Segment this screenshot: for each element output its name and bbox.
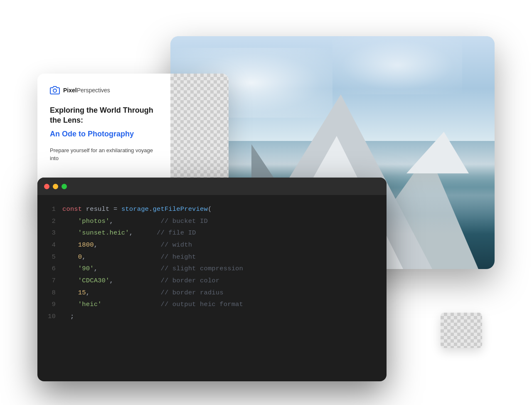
logo-normal-text: Perspectives [77, 87, 110, 94]
code-line-4: 4 1800, // width [47, 239, 377, 251]
blog-heading-black: Exploring the World Through the Lens: [50, 105, 158, 126]
scene: PixelPerspectives Exploring the World Th… [37, 24, 495, 381]
svg-point-0 [53, 89, 57, 92]
code-body: 1 const result = storage.getFilePreview(… [37, 195, 387, 331]
line-number: 10 [47, 311, 62, 323]
blog-excerpt: Prepare yourself for an exhilarating voy… [50, 146, 158, 163]
code-line-9: 9 'heic' // output heic format [47, 299, 377, 311]
maximize-button-dot[interactable] [62, 184, 67, 189]
line-number: 2 [47, 215, 62, 227]
line-number: 8 [47, 287, 62, 299]
minimize-button-dot[interactable] [53, 184, 58, 189]
code-line-1: 1 const result = storage.getFilePreview( [47, 203, 377, 215]
logo-text: PixelPerspectives [63, 87, 110, 94]
code-titlebar [37, 178, 387, 195]
line-number: 3 [47, 227, 62, 239]
line-number: 4 [47, 239, 62, 251]
line-number: 1 [47, 203, 62, 215]
blog-heading-blue: An Ode to Photography [50, 129, 158, 139]
code-line-7: 7 'CDCA30', // border color [47, 275, 377, 287]
code-line-8: 8 15, // border radius [47, 287, 377, 299]
close-button-dot[interactable] [44, 184, 49, 189]
camera-icon [50, 85, 60, 95]
blog-logo: PixelPerspectives [50, 85, 158, 95]
code-line-10: 10 ; [47, 311, 377, 323]
code-line-2: 2 'photos', // bucket ID [47, 215, 377, 227]
code-line-5: 5 0, // height [47, 251, 377, 263]
code-line-3: 3 'sunset.heic', // file ID [47, 227, 377, 239]
line-number: 7 [47, 275, 62, 287]
code-editor-card: 1 const result = storage.getFilePreview(… [37, 178, 387, 381]
line-number: 9 [47, 299, 62, 311]
logo-bold-text: Pixel [63, 87, 77, 94]
line-number: 5 [47, 251, 62, 263]
line-number: 6 [47, 263, 62, 275]
small-checker-card [441, 313, 482, 348]
code-line-6: 6 '90', // slight compression [47, 263, 377, 275]
